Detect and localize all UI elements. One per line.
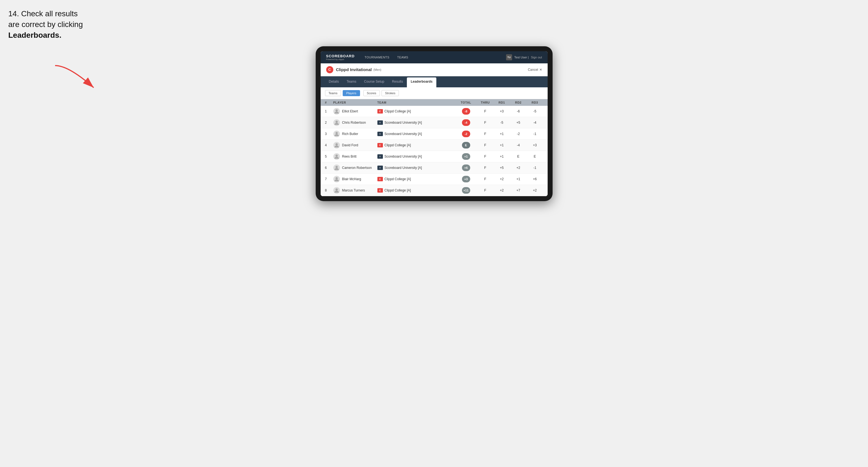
col-rd3: RD3 [527,101,543,104]
tab-results[interactable]: Results [388,76,407,87]
rank: 4 [325,143,333,147]
col-rd1: RD1 [494,101,510,104]
team-logo-icon: C [377,188,383,193]
rd1-value: +3 [494,110,510,113]
app-logo: SCOREBOARD Powered by clippd [326,54,355,61]
total-cell: E [455,142,477,149]
thru-value: F [477,132,494,136]
team-cell: C Clippd College [A] [377,177,455,181]
tournament-icon: C [326,66,333,73]
filter-scores[interactable]: Scores [363,90,380,96]
rd2-value: -4 [510,143,527,147]
cancel-button[interactable]: Cancel ✕ [528,68,542,72]
nav-user: TU Test User | Sign out [506,54,542,60]
instruction-block: 14. Check all results are correct by cli… [8,8,113,41]
tournament-header: C Clippd Invitational (Men) Cancel ✕ [321,63,548,76]
player-name: Rich Butler [342,132,359,136]
player-name: Cameron Robertson [342,166,372,170]
rank: 6 [325,166,333,170]
logo-sub: Powered by clippd [326,58,355,61]
team-cell: ≡ Scoreboard University [A] [377,132,455,136]
table-row: 8 Marcus Turners C Clippd College [A] +1… [321,185,548,196]
thru-value: F [477,110,494,113]
rank: 3 [325,132,333,136]
svg-point-1 [336,110,338,112]
team-logo-icon: ≡ [377,132,383,136]
player-name: Rees Britt [342,155,357,158]
leaderboard-table: 1 Elliot Ebert C Clippd College [A] -8 F… [321,106,548,196]
col-rd2: RD2 [510,101,527,104]
team-name: Clippd College [A] [384,177,411,181]
table-row: 3 Rich Butler ≡ Scoreboard University [A… [321,128,548,140]
rd3-value: E [527,155,543,158]
filter-players[interactable]: Players [343,90,360,96]
rank: 8 [325,188,333,192]
team-logo-icon: C [377,109,383,114]
rd2-value: +2 [510,166,527,170]
player-avatar [333,142,340,149]
rd2-value: -2 [510,132,527,136]
score-badge: -2 [462,131,470,137]
rd2-value: +7 [510,188,527,192]
table-row: 5 Rees Britt ≡ Scoreboard University [A]… [321,151,548,162]
tablet-screen: SCOREBOARD Powered by clippd TOURNAMENTS… [321,51,548,196]
col-team: TEAM [377,101,455,104]
table-row: 1 Elliot Ebert C Clippd College [A] -8 F… [321,106,548,117]
rd1-value: +2 [494,188,510,192]
team-logo-icon: C [377,143,383,147]
instruction-line1: 14. Check all results [8,8,113,19]
close-icon: ✕ [539,68,542,72]
total-cell: +3 [455,176,477,182]
rd3-value: -4 [527,121,543,125]
team-cell: ≡ Scoreboard University [A] [377,154,455,159]
svg-point-6 [336,166,338,168]
table-row: 7 Blair McHarg C Clippd College [A] +3 F… [321,174,548,185]
user-initials: TU [507,56,511,59]
score-badge: -4 [462,119,470,126]
svg-point-5 [336,155,338,157]
cancel-label: Cancel [528,68,538,72]
user-avatar: TU [506,54,512,60]
total-cell: -8 [455,108,477,115]
nav-tournaments[interactable]: TOURNAMENTS [361,54,393,61]
tab-details[interactable]: Details [325,76,343,87]
arrow-annotation [52,63,135,96]
filter-teams[interactable]: Teams [325,90,341,96]
team-logo-icon: ≡ [377,120,383,125]
score-badge: E [462,142,470,149]
player-avatar [333,164,340,171]
tablet-device: SCOREBOARD Powered by clippd TOURNAMENTS… [316,46,553,201]
tab-leaderboards[interactable]: Leaderboards [407,77,436,87]
thru-value: F [477,177,494,181]
rd1-value: -5 [494,121,510,125]
signout-link[interactable]: Sign out [531,56,542,59]
table-row: 4 David Ford C Clippd College [A] E F +1… [321,140,548,151]
player-avatar [333,187,340,194]
score-badge: +6 [462,164,470,171]
rd1-value: +1 [494,143,510,147]
filter-bar: Teams Players Scores Strokes [321,87,548,99]
thru-value: F [477,188,494,192]
rd3-value: -5 [527,110,543,113]
rd2-value: +1 [510,177,527,181]
team-cell: C Clippd College [A] [377,109,455,114]
player-avatar [333,119,340,126]
tab-teams[interactable]: Teams [343,76,360,87]
player-name: Blair McHarg [342,177,361,181]
filter-strokes[interactable]: Strokes [381,90,399,96]
nav-teams[interactable]: TEAMS [394,54,411,61]
instruction-line2: are correct by clicking [8,19,113,30]
tab-course-setup[interactable]: Course Setup [360,76,388,87]
player-cell: Elliot Ebert [333,108,377,115]
player-cell: Chris Robertson [333,119,377,126]
score-badge: -8 [462,108,470,115]
team-name: Scoreboard University [A] [384,121,422,125]
total-cell: -2 [455,131,477,137]
rd3-value: +3 [527,143,543,147]
team-name: Clippd College [A] [384,188,411,192]
table-header: # PLAYER TEAM TOTAL THRU RD1 RD2 RD3 [321,99,548,106]
team-name: Clippd College [A] [384,110,411,113]
total-cell: +6 [455,164,477,171]
user-label: Test User | [514,56,529,59]
col-rank: # [325,101,333,104]
